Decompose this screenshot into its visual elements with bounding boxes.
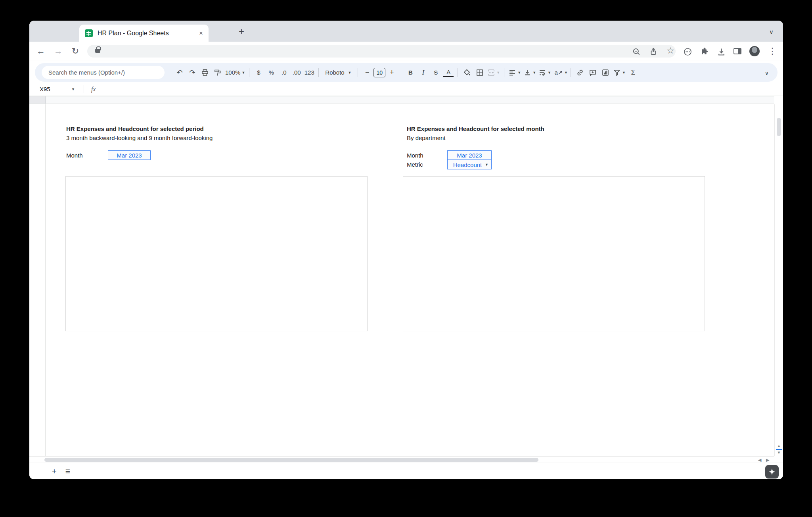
left-month-selector[interactable]: Mar 2023	[108, 150, 151, 160]
select-all-corner[interactable]	[29, 96, 46, 104]
functions-sigma-button[interactable]: Σ	[628, 67, 638, 79]
undo-icon[interactable]: ↶	[174, 67, 185, 79]
toolbar-collapse-chevron-icon[interactable]: ∨	[765, 70, 769, 76]
strikethrough-button[interactable]: S	[431, 67, 441, 79]
back-button[interactable]: ←	[36, 46, 46, 56]
menu-search-input[interactable]: Search the menus (Option+/)	[42, 66, 165, 79]
zoom-out-icon[interactable]	[632, 46, 641, 56]
right-panel-title: HR Expenses and Headcount for selected m…	[407, 125, 544, 132]
explore-star-icon	[769, 469, 775, 475]
tab-title: HR Plan - Google Sheets	[98, 30, 195, 37]
reading-mode-icon[interactable]	[683, 46, 692, 56]
italic-button[interactable]: I	[418, 67, 428, 79]
name-box[interactable]: X95	[29, 86, 64, 92]
scroll-left-icon[interactable]: ◀	[758, 457, 761, 463]
column-headers	[29, 96, 774, 104]
zoom-select[interactable]: 100%▼	[225, 67, 245, 79]
scroll-up-icon[interactable]: ▲	[775, 444, 783, 448]
left-panel-title: HR Expenses and Headcount for selected p…	[66, 125, 204, 132]
horizontal-align-icon[interactable]: ▼	[508, 67, 521, 79]
forward-button[interactable]: →	[54, 46, 63, 56]
insert-comment-icon[interactable]	[588, 67, 598, 79]
insert-chart-icon[interactable]	[600, 67, 611, 79]
browser-toolbar: ← → ↻ ☆ ⋮	[29, 42, 783, 60]
font-select[interactable]: Roboto▼	[323, 67, 354, 79]
name-box-chevron-icon[interactable]: ▼	[71, 87, 75, 91]
increase-decimals-button[interactable]: .00	[291, 67, 302, 79]
sheets-toolbar: Search the menus (Option+/) ↶ ↷ 100%▼ $ …	[35, 63, 778, 82]
bookmark-star-icon[interactable]: ☆	[666, 46, 675, 56]
address-bar[interactable]: ☆	[87, 45, 676, 58]
scroll-down-icon[interactable]: ▼	[775, 450, 783, 455]
browser-tab[interactable]: HR Plan - Google Sheets ×	[79, 25, 209, 42]
right-month-selector[interactable]: Mar 2023	[447, 150, 492, 160]
browser-tabstrip: HR Plan - Google Sheets × + ∨	[29, 21, 783, 42]
extensions-puzzle-icon[interactable]	[699, 46, 709, 56]
browser-menu-kebab-icon[interactable]: ⋮	[768, 46, 777, 56]
explore-button[interactable]	[765, 465, 779, 479]
merge-cells-icon[interactable]: ▼	[487, 67, 500, 79]
tab-close-icon[interactable]: ×	[199, 29, 203, 37]
formula-bar: X95 ▼ fx	[29, 83, 783, 96]
decrease-decimals-button[interactable]: .0	[279, 67, 289, 79]
reload-button[interactable]: ↻	[71, 46, 80, 56]
bold-button[interactable]: B	[405, 67, 416, 79]
traffic-close-button[interactable]	[70, 28, 76, 35]
horizontal-scroll-thumb[interactable]	[44, 458, 538, 462]
decrease-font-size-button[interactable]: −	[362, 67, 372, 79]
fx-icon: fx	[91, 86, 96, 93]
redo-icon[interactable]: ↷	[187, 67, 197, 79]
format-currency-button[interactable]: $	[253, 67, 264, 79]
lock-icon	[95, 46, 100, 53]
more-formats-button[interactable]: 123	[304, 67, 314, 79]
metric-by-department-chart[interactable]	[403, 176, 705, 331]
text-color-button[interactable]: A	[443, 68, 454, 77]
vertical-align-icon[interactable]: ▼	[523, 67, 536, 79]
increase-font-size-button[interactable]: +	[387, 67, 397, 79]
download-icon[interactable]	[716, 46, 726, 56]
fill-color-icon[interactable]	[462, 67, 472, 79]
paint-format-icon[interactable]	[213, 67, 223, 79]
sheet-tab-bar: + ≡	[29, 463, 783, 479]
scroll-right-icon[interactable]: ▶	[766, 457, 769, 463]
right-panel-subtitle: By department	[407, 135, 446, 141]
vertical-scroll-thumb[interactable]	[777, 118, 781, 136]
text-wrap-icon[interactable]: ▼	[538, 67, 551, 79]
format-percent-button[interactable]: %	[266, 67, 276, 79]
vertical-scrollbar[interactable]: ▲ ▼	[774, 104, 783, 456]
tab-search-chevron-icon[interactable]: ∨	[769, 29, 774, 36]
add-sheet-button[interactable]: +	[48, 463, 61, 479]
font-size-input[interactable]: 10	[373, 68, 385, 77]
left-month-label: Month	[66, 152, 83, 159]
insert-link-icon[interactable]	[575, 67, 585, 79]
right-month-label: Month	[407, 152, 423, 159]
left-panel-subtitle: 3 month backward-looking and 9 month for…	[66, 135, 213, 141]
share-icon[interactable]	[649, 46, 658, 56]
row-headers	[29, 104, 46, 456]
create-filter-icon[interactable]: ▼	[613, 67, 626, 79]
new-tab-button[interactable]: +	[239, 27, 244, 36]
all-sheets-button[interactable]: ≡	[61, 463, 75, 479]
profile-avatar[interactable]	[749, 46, 759, 56]
borders-icon[interactable]	[475, 67, 485, 79]
right-metric-selector[interactable]: Headcount ▼	[447, 160, 492, 169]
print-icon[interactable]	[200, 67, 210, 79]
side-panel-icon[interactable]	[733, 48, 743, 58]
browser-window: HR Plan - Google Sheets × + ∨ ← → ↻ ☆	[29, 21, 783, 479]
metric-dropdown-chevron-icon: ▼	[485, 163, 488, 167]
right-metric-label: Metric	[407, 161, 423, 168]
text-rotation-icon[interactable]: a↗	[553, 67, 564, 79]
sheets-favicon-icon	[85, 29, 93, 37]
horizontal-scrollbar[interactable]: ◀ ▶	[29, 456, 774, 463]
headcount-salary-chart[interactable]	[65, 176, 368, 331]
